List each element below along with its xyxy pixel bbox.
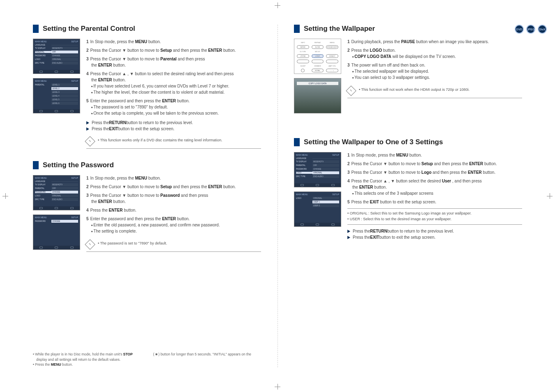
title-text: Setting the Wallpaper <box>304 25 375 33</box>
wallpaper-photo: COPY LOGO DATA <box>294 78 341 113</box>
page-right: DVD JPEG DivX Setting the Wallpaper INFO… <box>278 0 555 392</box>
title-block-icon <box>33 25 39 33</box>
title-block-icon <box>294 138 300 146</box>
note-icon: ✎ <box>85 136 95 146</box>
title-text: Setting the Parental Control <box>43 25 135 33</box>
title-text: Setting the Password <box>43 161 114 169</box>
section-title-wallpaper-3: Setting the Wallpaper to One of 3 Settin… <box>294 138 522 146</box>
menu-screenshot-logo-2: MAIN MENUSETUP LOGOORIGINAL USER 1 USER … <box>294 191 341 227</box>
separator <box>86 251 261 252</box>
menu-screenshot-logo-1: MAIN MENUSETUP LANGUAGE TV DISPLAYWIDE/H… <box>294 152 341 187</box>
separator <box>347 208 522 209</box>
section-title-wallpaper: Setting the Wallpaper <box>294 25 522 33</box>
separator <box>86 148 261 149</box>
menu-screenshot-parental-1: MAIN MENUSETUP LANGUAGE TV DISPLAYWIDE/H… <box>33 39 80 74</box>
note-icon: ✎ <box>85 239 95 249</box>
title-block-icon <box>294 25 300 33</box>
note-icon: ✎ <box>346 85 356 96</box>
section-title-parental: Setting the Parental Control <box>33 25 261 33</box>
title-text: Setting the Wallpaper to One of 3 Settin… <box>304 138 443 146</box>
page-left: Setting the Parental Control MAIN MENUSE… <box>0 0 278 392</box>
chevron-icon <box>347 236 350 239</box>
menu-screenshot-password-1: MAIN MENUSETUP LANGUAGE TV DISPLAYWIDE/H… <box>33 175 80 210</box>
badge-dvd: DVD <box>515 25 524 34</box>
separator <box>347 98 522 98</box>
note-password: ✎ The password is set to "7890" by defau… <box>86 238 261 248</box>
note-wallpaper: ✎ This function will not work when the H… <box>347 85 522 95</box>
separator <box>347 224 522 225</box>
menu-screenshot-password-2: MAIN MENUSETUP PASSWORDCHANGE <box>33 214 80 250</box>
note-parental: ✎ This function works only if a DVD disc… <box>86 135 261 145</box>
title-block-icon <box>33 161 39 169</box>
chevron-icon <box>347 230 350 233</box>
disc-type-badges: DVD JPEG DivX <box>515 25 547 34</box>
remote-control-diagram: INFOREPEATMENU MODESLOWSOUND EDIT D.TYPE… <box>294 39 341 74</box>
chevron-icon <box>86 127 89 131</box>
section-title-password: Setting the Password <box>33 161 261 169</box>
wallpaper-options-desc: ORIGINAL : Select this to set the Samsun… <box>347 211 522 221</box>
footnote-left-page: While the player is in No Disc mode, hol… <box>33 352 261 367</box>
chevron-icon <box>86 121 89 125</box>
badge-divx: DivX <box>538 25 547 34</box>
menu-screenshot-parental-2: MAIN MENUSETUP PARENTALLEVEL 1 LEVEL 2 L… <box>33 78 80 113</box>
badge-jpeg: JPEG <box>526 25 535 34</box>
